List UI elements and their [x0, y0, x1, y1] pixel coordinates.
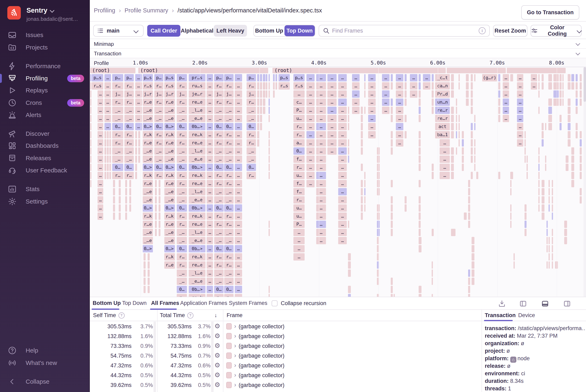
- frame-header[interactable]: Frame: [227, 312, 243, 318]
- flame-frame[interactable]: …: [306, 90, 315, 98]
- flame-frame[interactable]: 0…>: [143, 123, 153, 130]
- flame-frame[interactable]: …: [316, 82, 326, 90]
- collapse-recursion-checkbox[interactable]: [272, 300, 278, 306]
- flame-frame[interactable]: [269, 107, 270, 114]
- flame-frame[interactable]: …: [235, 204, 242, 212]
- flame-frame[interactable]: r…: [177, 221, 187, 228]
- flame-frame[interactable]: [90, 164, 92, 171]
- flame-frame[interactable]: r…e: [164, 180, 175, 187]
- flame-frame[interactable]: [257, 131, 259, 138]
- flame-frame[interactable]: …: [105, 107, 111, 114]
- flame-frame[interactable]: …: [207, 237, 213, 244]
- flame-frame[interactable]: _l…e: [189, 147, 205, 155]
- flame-frame[interactable]: …: [368, 90, 376, 98]
- flame-frame[interactable]: …: [135, 107, 142, 114]
- flame-frame[interactable]: r…: [224, 261, 234, 269]
- flame-frame[interactable]: [552, 204, 553, 212]
- flame-frame[interactable]: [538, 90, 539, 98]
- flame-frame[interactable]: [458, 74, 460, 82]
- flame-frame[interactable]: _l…e: [189, 188, 205, 196]
- flame-frame[interactable]: [125, 196, 127, 204]
- flame-frame[interactable]: …: [306, 123, 315, 130]
- frame-settings-gear[interactable]: ⚙: [214, 322, 220, 330]
- flame-frame[interactable]: r…: [214, 82, 224, 90]
- flame-frame[interactable]: [361, 147, 363, 155]
- flame-frame[interactable]: …: [207, 123, 213, 130]
- flame-frame[interactable]: [471, 147, 473, 155]
- flame-frame[interactable]: [90, 180, 92, 187]
- flame-frame[interactable]: r…: [224, 98, 234, 106]
- flame-frame[interactable]: [564, 221, 567, 228]
- flame-frame[interactable]: …: [338, 139, 347, 146]
- flame-frame[interactable]: [468, 196, 470, 204]
- flame-frame[interactable]: r…: [224, 180, 234, 187]
- flame-frame[interactable]: [568, 115, 570, 122]
- flame-frame[interactable]: [471, 98, 473, 106]
- flame-frame[interactable]: r…: [247, 131, 256, 138]
- details-tab-transaction[interactable]: Transaction: [485, 312, 516, 318]
- flame-frame[interactable]: [266, 90, 267, 98]
- flame-frame[interactable]: r…: [214, 180, 224, 187]
- flame-frame[interactable]: [419, 212, 421, 220]
- flame-frame[interactable]: [257, 98, 259, 106]
- flame-frame[interactable]: r…k: [164, 253, 175, 260]
- flame-frame[interactable]: 0…: [177, 245, 187, 252]
- flame-frame[interactable]: r…: [112, 139, 123, 146]
- flame-frame[interactable]: …: [352, 98, 360, 106]
- flame-frame[interactable]: [542, 196, 544, 204]
- flame-frame[interactable]: re…e: [189, 261, 205, 269]
- flame-frame[interactable]: [138, 156, 140, 163]
- flame-frame[interactable]: [405, 74, 407, 82]
- flame-frame[interactable]: _…: [214, 147, 224, 155]
- flame-frame[interactable]: _…: [247, 107, 256, 114]
- tab-system-frames[interactable]: System Frames: [229, 300, 267, 306]
- flame-frame[interactable]: [391, 139, 393, 146]
- flame-frame[interactable]: 0b…>: [189, 123, 205, 130]
- flame-frame[interactable]: …: [396, 107, 403, 114]
- flame-frame[interactable]: …: [207, 278, 213, 285]
- flame-frame[interactable]: [559, 74, 561, 82]
- flame-frame[interactable]: …: [368, 98, 376, 106]
- flame-frame[interactable]: 0…: [124, 123, 134, 130]
- flame-frame[interactable]: …: [327, 90, 337, 98]
- sort-option-call-order[interactable]: Call Order: [147, 25, 180, 37]
- flame-frame[interactable]: 0…: [154, 123, 163, 130]
- flame-frame[interactable]: [391, 204, 393, 212]
- flame-frame[interactable]: [119, 212, 121, 220]
- flame-frame[interactable]: [269, 294, 270, 297]
- flame-frame[interactable]: [135, 172, 137, 179]
- flame-frame[interactable]: …: [207, 245, 213, 252]
- flame-frame[interactable]: _…: [214, 270, 224, 277]
- flame-frame[interactable]: _…: [154, 147, 163, 155]
- flame-frame[interactable]: [462, 156, 464, 163]
- flame-frame[interactable]: [580, 172, 582, 179]
- flame-frame[interactable]: …: [235, 188, 242, 196]
- flame-frame[interactable]: 0b…>: [189, 245, 205, 252]
- flame-frame[interactable]: [471, 82, 473, 90]
- flame-frame[interactable]: [269, 221, 270, 228]
- flame-frame[interactable]: [148, 278, 150, 285]
- flame-frame[interactable]: [125, 180, 127, 187]
- flame-frame[interactable]: [474, 74, 475, 82]
- flame-frame[interactable]: [148, 286, 150, 293]
- info-icon[interactable]: i: [479, 27, 486, 34]
- flame-frame[interactable]: [451, 107, 454, 114]
- flame-frame[interactable]: [471, 270, 474, 277]
- flame-frame[interactable]: [135, 156, 137, 163]
- flame-frame[interactable]: [580, 196, 582, 204]
- flame-frame[interactable]: [364, 90, 365, 98]
- flame-frame[interactable]: …: [338, 123, 347, 130]
- flame-frame[interactable]: [432, 98, 434, 106]
- flame-frame[interactable]: [109, 131, 111, 138]
- flame-frame[interactable]: …: [207, 156, 213, 163]
- details-tab-device[interactable]: Device: [518, 312, 535, 318]
- flame-frame[interactable]: …: [338, 164, 347, 171]
- layout-left-icon[interactable]: [519, 300, 527, 308]
- flame-frame[interactable]: [553, 90, 559, 98]
- flame-frame[interactable]: _…: [154, 115, 163, 122]
- flame-frame[interactable]: [538, 188, 539, 196]
- flame-frame[interactable]: …: [306, 156, 315, 163]
- flame-frame[interactable]: [391, 107, 393, 114]
- flame-frame[interactable]: [419, 294, 421, 297]
- flame-frame[interactable]: …: [382, 98, 389, 106]
